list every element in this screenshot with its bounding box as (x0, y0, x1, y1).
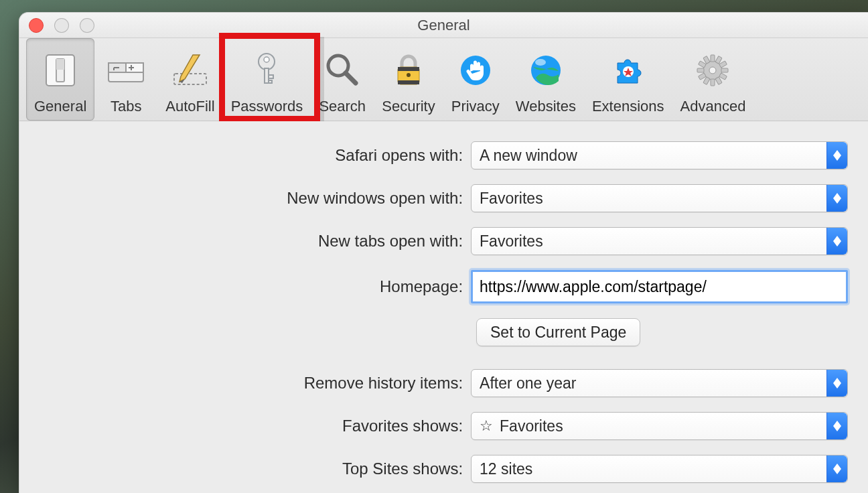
globe-icon (529, 44, 563, 96)
window-title: General (19, 13, 868, 38)
svg-marker-53 (833, 464, 841, 469)
svg-rect-35 (715, 76, 722, 84)
select-opens-with[interactable]: A new window (471, 141, 848, 169)
svg-marker-46 (833, 198, 841, 204)
tab-general[interactable]: General (26, 38, 94, 121)
minimize-button[interactable] (54, 18, 69, 33)
preferences-window: General General (19, 12, 868, 493)
svg-point-26 (535, 59, 546, 66)
label-homepage: Homepage: (40, 277, 471, 296)
label-new-windows: New windows open with: (40, 189, 471, 208)
svg-marker-47 (833, 236, 841, 241)
select-value: Favorites (480, 232, 543, 251)
tab-label: General (34, 98, 86, 115)
general-pane: Safari opens with: A new window New wind… (19, 121, 868, 493)
select-value: A new window (480, 147, 577, 165)
tab-extensions[interactable]: Extensions (584, 38, 672, 121)
tab-label: Passwords (231, 98, 303, 115)
label-top-sites-shows: Top Sites shows: (40, 460, 471, 478)
label-favorites-shows: Favorites shows: (40, 417, 471, 435)
svg-rect-39 (697, 68, 704, 72)
star-icon: ☆ (480, 417, 493, 435)
svg-rect-38 (699, 72, 707, 79)
svg-point-23 (407, 73, 411, 77)
svg-rect-17 (269, 80, 272, 83)
svg-marker-44 (833, 155, 841, 161)
svg-rect-41 (703, 56, 710, 64)
tabs-icon (106, 44, 146, 96)
svg-marker-45 (833, 193, 841, 198)
select-value: Favorites (500, 417, 563, 435)
gear-icon (695, 44, 731, 96)
tab-label: Security (382, 98, 435, 115)
svg-rect-2 (56, 59, 64, 70)
tab-autofill[interactable]: AutoFill (157, 38, 222, 121)
svg-rect-34 (719, 72, 727, 79)
preferences-toolbar: General Tabs (19, 38, 868, 121)
zoom-button[interactable] (80, 18, 94, 33)
svg-marker-50 (833, 383, 841, 389)
titlebar: General (19, 13, 868, 38)
chevron-up-down-icon (826, 228, 847, 255)
svg-marker-51 (833, 421, 841, 426)
svg-marker-43 (833, 150, 841, 155)
svg-rect-30 (711, 55, 715, 62)
magnifier-icon (323, 44, 361, 96)
close-button[interactable] (29, 18, 44, 33)
select-favorites-shows[interactable]: ☆ Favorites (471, 412, 848, 440)
tab-advanced[interactable]: Advanced (672, 38, 754, 121)
svg-point-14 (264, 57, 269, 62)
tab-passwords[interactable]: Passwords (223, 38, 311, 121)
svg-rect-10 (174, 74, 206, 84)
svg-marker-48 (833, 241, 841, 246)
tab-privacy[interactable]: Privacy (443, 38, 508, 121)
tab-label: Privacy (451, 98, 500, 115)
select-value: 12 sites (480, 460, 532, 478)
label-opens-with: Safari opens with: (40, 146, 471, 165)
tab-search[interactable]: Search (311, 38, 374, 121)
label-remove-history: Remove history items: (40, 374, 471, 393)
svg-line-19 (346, 73, 356, 83)
tab-label: Advanced (680, 98, 746, 115)
chevron-up-down-icon (826, 370, 847, 397)
select-top-sites-shows[interactable]: 12 sites (471, 455, 848, 483)
chevron-up-down-icon (826, 142, 847, 169)
hand-icon (459, 44, 492, 96)
chevron-up-down-icon (826, 413, 847, 439)
select-value: After one year (480, 374, 576, 393)
svg-marker-54 (833, 469, 841, 474)
svg-rect-21 (398, 67, 419, 71)
tab-security[interactable]: Security (374, 38, 443, 121)
select-value: Favorites (480, 190, 543, 208)
select-new-tabs[interactable]: Favorites (471, 227, 848, 255)
switch-icon (41, 44, 80, 96)
svg-rect-37 (703, 76, 710, 84)
tab-label: AutoFill (165, 98, 214, 115)
tab-tabs[interactable]: Tabs (94, 38, 157, 121)
svg-rect-33 (721, 68, 728, 72)
pencil-icon (170, 44, 210, 96)
svg-rect-31 (715, 56, 722, 64)
svg-marker-11 (179, 55, 200, 82)
tab-label: Extensions (592, 98, 664, 115)
window-traffic-lights (29, 18, 94, 33)
select-remove-history[interactable]: After one year (471, 369, 848, 397)
padlock-icon (392, 44, 425, 96)
svg-rect-5 (126, 63, 143, 72)
set-current-page-button[interactable]: Set to Current Page (476, 318, 640, 346)
tab-label: Tabs (111, 98, 141, 115)
key-icon (252, 44, 281, 96)
chevron-up-down-icon (826, 185, 847, 212)
svg-rect-22 (398, 80, 419, 84)
label-new-tabs: New tabs open with: (40, 232, 471, 251)
svg-rect-36 (711, 79, 715, 86)
tab-label: Search (319, 98, 366, 115)
chevron-up-down-icon (826, 455, 847, 482)
select-new-windows[interactable]: Favorites (471, 184, 848, 212)
svg-rect-16 (269, 75, 273, 78)
svg-point-42 (709, 67, 716, 74)
tab-websites[interactable]: Websites (508, 38, 584, 121)
homepage-field[interactable] (471, 270, 848, 303)
puzzle-icon (611, 44, 646, 96)
svg-rect-40 (699, 60, 707, 67)
